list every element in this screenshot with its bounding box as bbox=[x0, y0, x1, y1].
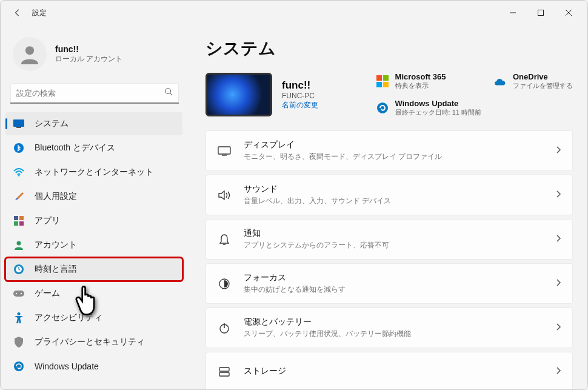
card-title: ディスプレイ bbox=[244, 140, 555, 150]
svg-point-2 bbox=[25, 46, 34, 55]
promo-onedrive[interactable]: OneDrive ファイルを管理する bbox=[493, 72, 573, 90]
device-thumb bbox=[205, 73, 272, 116]
svg-rect-1 bbox=[538, 10, 544, 16]
sidebar-item-label: アクセシビリティ bbox=[35, 312, 102, 323]
svg-rect-26 bbox=[218, 147, 230, 154]
svg-point-20 bbox=[14, 361, 24, 371]
card-sub: モニター、明るさ、夜間モード、ディスプレイ プロファイル bbox=[244, 152, 555, 162]
avatar bbox=[13, 37, 47, 71]
sidebar-item-system[interactable]: システム bbox=[5, 112, 182, 135]
chevron-right-icon bbox=[555, 146, 561, 156]
card-display[interactable]: ディスプレイ モニター、明るさ、夜間モード、ディスプレイ プロファイル bbox=[205, 130, 573, 171]
device-block[interactable]: func!! FUNC-PC 名前の変更 bbox=[205, 72, 318, 117]
sidebar-item-label: ネットワークとインターネット bbox=[35, 167, 153, 178]
bell-icon bbox=[217, 232, 232, 247]
svg-point-3 bbox=[165, 89, 171, 94]
sidebar-item-label: 時刻と言語 bbox=[35, 264, 77, 275]
svg-point-25 bbox=[377, 103, 388, 113]
sidebar-item-label: 個人用設定 bbox=[35, 191, 77, 202]
display-icon bbox=[217, 144, 232, 158]
chevron-right-icon bbox=[555, 234, 561, 245]
apps-icon bbox=[13, 215, 25, 227]
sidebar-item-accounts[interactable]: アカウント bbox=[5, 234, 182, 257]
rename-link[interactable]: 名前の変更 bbox=[282, 100, 318, 110]
sidebar-item-label: システム bbox=[35, 118, 68, 129]
sidebar-item-privacy[interactable]: プライバシーとセキュリティ bbox=[5, 331, 182, 354]
storage-icon bbox=[217, 365, 232, 379]
back-button[interactable] bbox=[5, 8, 30, 17]
promo-sub: 最終チェック日時: 11 時間前 bbox=[395, 108, 481, 117]
card-title: 通知 bbox=[244, 228, 555, 239]
card-title: フォーカス bbox=[244, 272, 555, 283]
profile-block[interactable]: func!! ローカル アカウント bbox=[5, 30, 189, 83]
promo-title: Windows Update bbox=[395, 99, 481, 108]
card-notifications[interactable]: 通知 アプリとシステムからのアラート、応答不可 bbox=[205, 219, 573, 260]
device-pc: FUNC-PC bbox=[282, 92, 318, 100]
close-button[interactable] bbox=[555, 1, 583, 25]
card-sub: スリープ、バッテリ使用状況、バッテリー節約機能 bbox=[244, 329, 555, 339]
promo-m365[interactable]: Microsoft 365 特典を表示 bbox=[376, 72, 481, 90]
sidebar-item-label: プライバシーとセキュリティ bbox=[35, 337, 145, 348]
wifi-icon bbox=[13, 166, 25, 178]
promo-wu[interactable]: Windows Update 最終チェック日時: 11 時間前 bbox=[376, 99, 481, 117]
svg-rect-10 bbox=[19, 216, 24, 220]
bluetooth-icon bbox=[13, 142, 25, 154]
cloud-icon bbox=[493, 75, 507, 88]
card-title: 電源とバッテリー bbox=[244, 317, 555, 328]
profile-name: func!! bbox=[55, 44, 122, 54]
promo-sub: ファイルを管理する bbox=[513, 81, 573, 90]
svg-rect-22 bbox=[383, 75, 389, 81]
chevron-right-icon bbox=[555, 278, 561, 289]
sidebar-item-network[interactable]: ネットワークとインターネット bbox=[5, 161, 182, 184]
minimize-button[interactable] bbox=[499, 1, 527, 25]
search-box[interactable] bbox=[10, 83, 179, 104]
sidebar-item-label: アプリ bbox=[35, 215, 60, 226]
promo-sub: 特典を表示 bbox=[395, 81, 446, 90]
device-name: func!! bbox=[282, 79, 318, 92]
focus-icon bbox=[217, 277, 232, 291]
sidebar-item-label: Bluetooth とデバイス bbox=[35, 143, 115, 153]
chevron-right-icon bbox=[555, 366, 561, 377]
svg-rect-16 bbox=[13, 291, 24, 297]
brush-icon bbox=[13, 190, 25, 203]
svg-rect-11 bbox=[14, 221, 18, 226]
accessibility-icon bbox=[13, 312, 25, 324]
search-input[interactable] bbox=[16, 89, 164, 98]
card-sound[interactable]: サウンド 音量レベル、出力、入力、サウンド デバイス bbox=[205, 175, 573, 215]
promo-title: OneDrive bbox=[513, 72, 573, 81]
svg-point-18 bbox=[21, 293, 22, 294]
sidebar-item-personalization[interactable]: 個人用設定 bbox=[5, 185, 182, 208]
svg-rect-5 bbox=[13, 119, 24, 127]
chevron-right-icon bbox=[555, 323, 561, 334]
search-icon bbox=[164, 87, 173, 98]
promo-title: Microsoft 365 bbox=[395, 72, 446, 81]
person-icon bbox=[13, 239, 25, 251]
card-power[interactable]: 電源とバッテリー スリープ、バッテリ使用状況、バッテリー節約機能 bbox=[205, 308, 573, 348]
sidebar-item-accessibility[interactable]: アクセシビリティ bbox=[5, 306, 182, 329]
gamepad-icon bbox=[13, 287, 25, 300]
card-sub: 集中の妨げとなる通知を減らす bbox=[244, 284, 555, 295]
sidebar-item-time-language[interactable]: 時刻と言語 bbox=[5, 258, 182, 281]
sidebar-item-label: ゲーム bbox=[35, 288, 60, 299]
update-icon bbox=[13, 360, 25, 372]
svg-point-17 bbox=[16, 293, 17, 294]
svg-point-13 bbox=[17, 241, 21, 246]
card-sub: 音量レベル、出力、入力、サウンド デバイス bbox=[244, 196, 555, 206]
svg-line-4 bbox=[170, 93, 173, 96]
svg-point-8 bbox=[18, 175, 20, 177]
sidebar-item-bluetooth[interactable]: Bluetooth とデバイス bbox=[5, 136, 182, 160]
svg-rect-12 bbox=[19, 221, 24, 226]
profile-sub: ローカル アカウント bbox=[55, 54, 122, 64]
sidebar-item-gaming[interactable]: ゲーム bbox=[5, 282, 182, 305]
m365-icon bbox=[376, 75, 389, 88]
maximize-button[interactable] bbox=[527, 1, 555, 25]
sidebar-item-windows-update[interactable]: Windows Update bbox=[5, 355, 182, 378]
update-icon bbox=[376, 101, 389, 115]
card-storage[interactable]: ストレージ bbox=[205, 352, 573, 389]
window-title: 設定 bbox=[32, 8, 47, 18]
sidebar-item-apps[interactable]: アプリ bbox=[5, 209, 182, 232]
clock-globe-icon bbox=[13, 263, 25, 275]
svg-rect-6 bbox=[16, 127, 21, 128]
card-focus[interactable]: フォーカス 集中の妨げとなる通知を減らす bbox=[205, 263, 573, 304]
page-title: システム bbox=[205, 37, 573, 60]
